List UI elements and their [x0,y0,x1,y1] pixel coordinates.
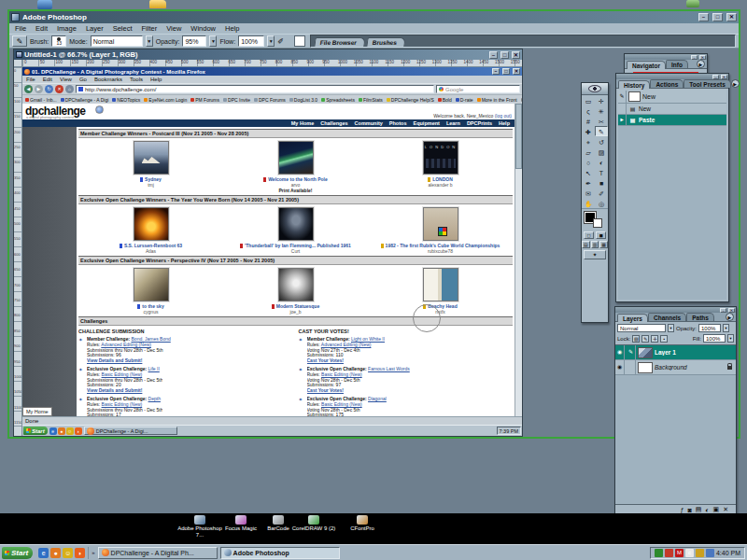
jump-to-imageready-icon[interactable]: ✦ [584,250,606,259]
palette-tab-history[interactable]: History [618,80,650,89]
taskbar-task-adobe-photoshop[interactable]: Adobe Photoshop [220,547,340,559]
challenge-name-link[interactable]: Life II [148,367,160,371]
background-color-swatch[interactable] [593,218,602,228]
airbrush-icon[interactable]: ✐ [277,37,284,46]
photo-thumbnail[interactable] [423,207,458,241]
mode-select[interactable]: Normal [91,35,143,47]
gradient-tool[interactable]: ▨ [595,147,608,157]
desktop-icon[interactable] [37,0,52,9]
photo-thumbnail[interactable] [278,207,314,241]
desktop-icon[interactable] [357,515,368,525]
ps-menu-help[interactable]: Help [220,24,244,33]
layer-row-background[interactable]: Background [615,360,736,375]
lock-image-icon[interactable]: ✎ [641,335,649,343]
palette-tab-channels[interactable]: Channels [648,313,686,321]
tray-icon-shield[interactable] [655,549,663,557]
layer-thumbnail[interactable] [638,347,653,358]
ps-menu-select[interactable]: Select [108,24,137,33]
challenge-name-link[interactable]: Famous Last Words [368,367,410,371]
healing-brush-tool[interactable]: ✚ [582,126,595,136]
history-state-paste[interactable]: ▸Paste [618,115,726,126]
new-layer-icon[interactable]: ▣ [713,506,720,513]
tray-icon-update[interactable] [665,549,673,557]
hand-tool[interactable]: ✋ [582,198,595,208]
palette-menu-icon[interactable] [697,60,705,68]
photo-thumbnail[interactable] [134,268,169,301]
ps-menu-view[interactable]: View [162,24,186,33]
rules-link[interactable]: Basic Editing (New) [321,371,362,377]
pen-tool[interactable]: ✒ [582,177,595,188]
desktop-icon[interactable] [308,515,319,525]
photo-thumbnail[interactable] [134,207,169,241]
lock-transparency-icon[interactable]: ▨ [632,335,640,343]
palette-menu-icon[interactable] [726,313,734,321]
clone-stamp-tool[interactable]: ⌖ [582,136,595,147]
blur-tool[interactable]: ○ [582,157,595,167]
flow-field[interactable]: 100% [238,35,264,47]
internet-explorer-icon[interactable]: e [38,548,49,558]
opacity-dropdown-icon[interactable] [209,35,217,47]
path-selection-tool[interactable]: ↖ [582,167,595,177]
quick-mask-mode-icon[interactable]: ◼ [596,231,606,239]
magic-wand-tool[interactable]: ✳ [595,105,608,116]
visibility-eye-icon[interactable] [615,345,625,360]
desktop-folder-icon[interactable] [149,0,166,8]
desktop-icon-label[interactable]: CorelDRAW 9 (2) [289,515,338,532]
palette-tab-navigator[interactable]: Navigator [627,61,666,69]
photo-thumbnail[interactable] [134,141,169,175]
document-titlebar[interactable]: Untitled-1 @ 66.7% (Layer 1, RGB) [14,49,522,60]
layer-set-icon[interactable]: ▤ [696,506,702,513]
slice-tool[interactable]: ✂ [595,116,608,126]
firefox-icon[interactable]: ● [50,548,61,558]
opacity-dropdown-icon[interactable] [723,324,729,332]
desktop-icon[interactable] [273,515,284,525]
ps-menu-file[interactable]: File [10,24,31,33]
minimize-icon[interactable] [720,308,726,313]
palette-well-tab-brushes[interactable]: Brushes [366,37,405,47]
layer-row-layer-1[interactable]: Layer 1 [615,345,736,360]
desktop-icon-label[interactable]: CFontPro [338,515,387,532]
chevron-icon[interactable]: » [92,550,94,555]
layers-opacity-field[interactable]: 100% [698,324,721,332]
challenge-action-link[interactable]: View Details and Submit! [87,357,142,363]
photo-thumbnail[interactable] [278,141,314,175]
maximize-icon[interactable] [712,13,723,21]
close-icon[interactable] [726,13,737,21]
minimize-icon[interactable] [698,13,709,21]
eyedropper-tool[interactable]: ✐ [595,188,608,198]
rules-link[interactable]: Advanced Editing (New) [321,342,372,347]
opacity-field[interactable]: 95% [182,35,206,47]
minimize-icon[interactable] [691,55,698,60]
blend-mode-dropdown-icon[interactable] [668,324,674,332]
brush-tool[interactable]: ✎ [595,126,608,136]
close-icon[interactable] [512,51,520,59]
visibility-eye-icon[interactable] [615,360,625,375]
fill-dropdown-icon[interactable] [727,334,734,343]
challenge-action-link[interactable]: View Details and Submit! [87,387,142,393]
photo-thumbnail[interactable] [278,268,314,301]
rectangular-marquee-tool[interactable]: ▭ [582,95,595,105]
eraser-tool[interactable]: ▱ [582,147,595,157]
fullscreen-icon[interactable]: ▦ [599,241,608,248]
challenge-name-link[interactable]: Diagonal [368,397,387,401]
shape-tool[interactable]: ■ [595,177,608,188]
history-snapshot-row[interactable]: ✎ New [618,90,726,104]
brush-preview[interactable]: 13 [51,35,66,47]
tray-icon-network[interactable] [706,549,714,557]
active-paint-icon[interactable] [627,345,636,360]
history-brush-source-box[interactable]: ▸ [618,114,627,126]
messenger-icon[interactable]: ☺ [63,548,73,558]
move-tool[interactable]: ✛ [595,95,608,105]
start-button[interactable]: Start [2,547,33,559]
minimize-icon[interactable] [489,51,498,59]
ps-menu-layer[interactable]: Layer [81,24,108,33]
media-player-icon[interactable]: ◗ [75,548,85,558]
palette-tab-layers[interactable]: Layers [617,314,648,322]
fullscreen-menubar-icon[interactable]: ▥ [591,241,599,248]
flow-dropdown-icon[interactable] [267,35,275,47]
palette-tab-actions[interactable]: Actions [650,79,684,88]
standard-mode-icon[interactable]: ◻ [584,231,594,239]
desktop-icon[interactable] [194,515,205,525]
palette-tab-info[interactable]: Info [666,60,688,68]
history-brush-source-icon[interactable]: ✎ [618,91,627,103]
